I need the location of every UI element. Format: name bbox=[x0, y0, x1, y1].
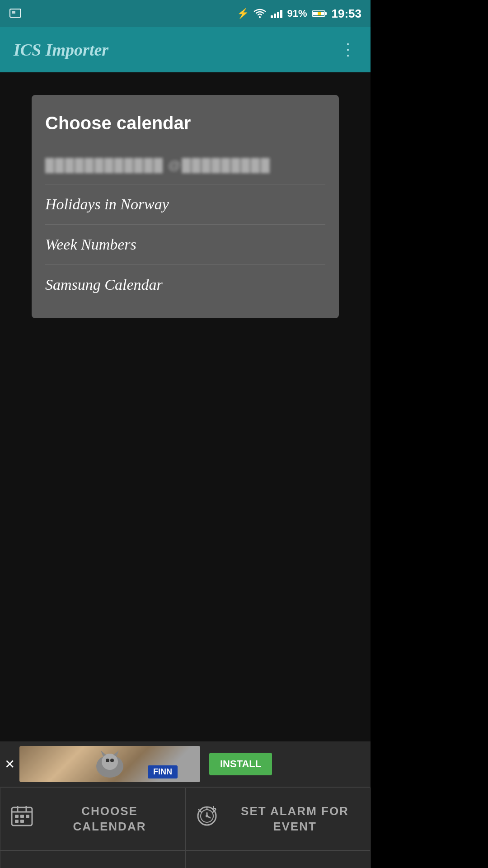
choose-calendar-icon bbox=[9, 804, 34, 834]
samsung-calendar-label: Samsung Calendar bbox=[45, 276, 163, 293]
cancel-button[interactable]: CANCEL bbox=[185, 850, 371, 868]
app-title: ICS Importer bbox=[14, 40, 108, 60]
ad-banner: ✕ FINN INSTALL bbox=[0, 741, 371, 787]
svg-point-9 bbox=[102, 754, 118, 770]
open-file-button[interactable]: OPEN FILE bbox=[0, 850, 185, 868]
svg-point-13 bbox=[110, 759, 114, 762]
svg-point-30 bbox=[206, 815, 208, 817]
week-numbers-item[interactable]: Week Numbers bbox=[45, 225, 325, 265]
screen-icon bbox=[9, 7, 22, 20]
more-menu-icon[interactable]: ⋮ bbox=[340, 40, 357, 59]
battery-percent: 91% bbox=[287, 8, 307, 19]
dialog-title: Choose calendar bbox=[45, 113, 325, 133]
week-numbers-label: Week Numbers bbox=[45, 236, 136, 253]
svg-point-3 bbox=[259, 16, 261, 18]
svg-rect-19 bbox=[20, 815, 24, 818]
holidays-item[interactable]: Holidays in Norway bbox=[45, 184, 325, 225]
set-alarm-label: SET ALARM FOR EVENT bbox=[229, 804, 361, 835]
ad-image: FINN bbox=[19, 746, 200, 782]
bluetooth-icon: ⚡ bbox=[237, 8, 249, 19]
svg-rect-18 bbox=[15, 815, 19, 818]
ad-close-button[interactable]: ✕ bbox=[5, 757, 15, 772]
svg-rect-22 bbox=[20, 820, 24, 823]
holidays-label: Holidays in Norway bbox=[45, 196, 169, 212]
email-text: ████████████ @█████████ bbox=[45, 158, 325, 173]
ad-install-button[interactable]: INSTALL bbox=[209, 753, 272, 775]
svg-rect-21 bbox=[15, 820, 19, 823]
svg-point-12 bbox=[106, 759, 109, 762]
battery-icon bbox=[312, 9, 327, 18]
samsung-calendar-item[interactable]: Samsung Calendar bbox=[45, 265, 325, 305]
svg-rect-6 bbox=[325, 12, 327, 15]
ad-cat-graphic bbox=[92, 748, 128, 780]
status-bar: ⚡ 91% 19:53 bbox=[0, 0, 371, 27]
status-bar-right: ⚡ 91% 19:53 bbox=[237, 7, 361, 21]
time-display: 19:53 bbox=[332, 7, 362, 21]
email-calendar-item[interactable]: ████████████ @█████████ bbox=[45, 147, 325, 184]
set-alarm-button[interactable]: SET ALARM FOR EVENT bbox=[185, 788, 371, 850]
set-alarm-icon bbox=[195, 804, 220, 834]
svg-rect-1 bbox=[12, 11, 15, 14]
choose-calendar-label: CHOOSE CALENDAR bbox=[43, 804, 176, 835]
wifi-icon bbox=[253, 9, 266, 19]
svg-rect-20 bbox=[26, 815, 29, 818]
app-bar: ICS Importer ⋮ bbox=[0, 27, 371, 72]
status-bar-left bbox=[9, 7, 22, 20]
choose-calendar-dialog: Choose calendar ████████████ @█████████ … bbox=[32, 95, 339, 318]
svg-rect-7 bbox=[318, 12, 321, 15]
bottom-action-buttons: CHOOSE CALENDAR SET ALARM FOR EVENT bbox=[0, 787, 371, 868]
signal-icon bbox=[271, 9, 282, 18]
main-content: Choose calendar ████████████ @█████████ … bbox=[0, 72, 371, 741]
choose-calendar-button[interactable]: CHOOSE CALENDAR bbox=[0, 788, 185, 850]
